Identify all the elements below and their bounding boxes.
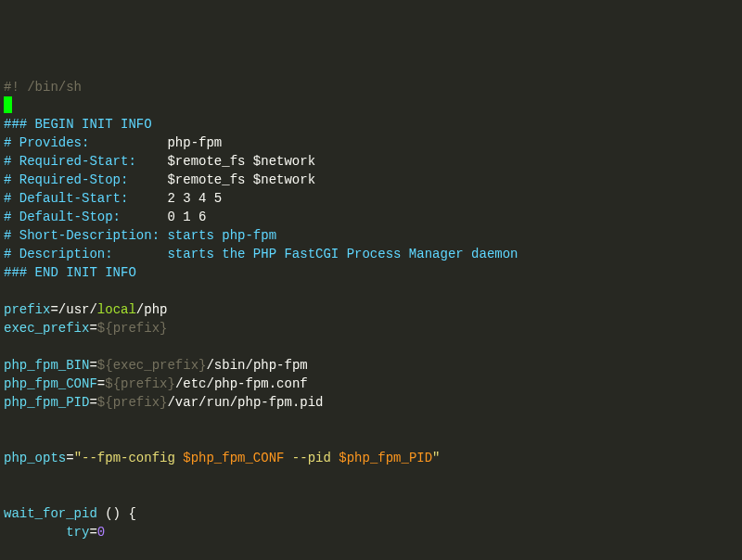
- code-line: exec_prefix=${prefix}: [4, 319, 742, 337]
- code-line: # Provides: php-fpm: [4, 134, 742, 152]
- terminal-editor[interactable]: #! /bin/sh### BEGIN INIT INFO# Provides:…: [4, 78, 742, 560]
- code-line: prefix=/usr/local/php: [4, 300, 742, 319]
- code-line: # Default-Start: 2 3 4 5: [4, 189, 742, 208]
- code-line: [4, 96, 742, 115]
- code-line: [4, 430, 742, 449]
- code-line: php_fpm_PID=${prefix}/var/run/php-fpm.pi…: [4, 393, 742, 412]
- code-line: php_fpm_CONF=${prefix}/etc/php-fpm.conf: [4, 375, 742, 393]
- code-line: wait_for_pid () {: [4, 504, 742, 523]
- code-line: [4, 282, 742, 300]
- code-line: # Required-Stop: $remote_fs $network: [4, 171, 742, 189]
- code-line: try=0: [4, 523, 742, 541]
- code-line: ### BEGIN INIT INFO: [4, 115, 742, 134]
- code-line: # Description: starts the PHP FastCGI Pr…: [4, 245, 742, 263]
- code-line: php_fpm_BIN=${exec_prefix}/sbin/php-fpm: [4, 356, 742, 375]
- cursor: [4, 96, 12, 113]
- code-line: #! /bin/sh: [4, 78, 742, 96]
- code-line: # Required-Start: $remote_fs $network: [4, 152, 742, 171]
- code-line: [4, 541, 742, 560]
- code-line: [4, 337, 742, 356]
- code-line: [4, 486, 742, 504]
- code-line: ### END INIT INFO: [4, 263, 742, 282]
- code-line: [4, 467, 742, 486]
- code-line: [4, 412, 742, 430]
- code-line: # Short-Description: starts php-fpm: [4, 226, 742, 245]
- code-line: # Default-Stop: 0 1 6: [4, 208, 742, 226]
- code-line: php_opts="--fpm-config $php_fpm_CONF --p…: [4, 449, 742, 467]
